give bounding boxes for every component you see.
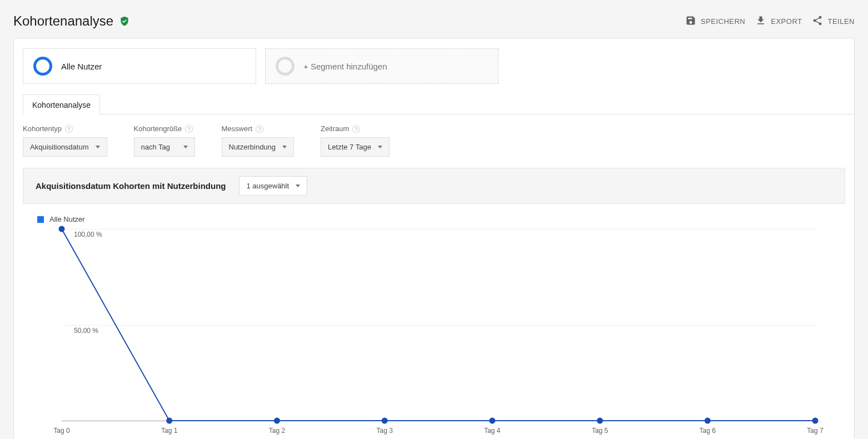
chevron-down-icon xyxy=(96,146,100,148)
chart-x-label: Tag 6 xyxy=(700,427,716,435)
chart-x-label: Tag 4 xyxy=(484,427,500,435)
metric-label: Messwert xyxy=(222,124,253,133)
tab-underline xyxy=(100,114,854,114)
legend-swatch-icon xyxy=(37,216,44,223)
cohort-size-value: nach Tag xyxy=(141,143,171,151)
cohort-type-label: Kohortentyp xyxy=(23,124,62,133)
cohort-type-value: Akquisitionsdatum xyxy=(30,143,89,151)
export-icon xyxy=(755,15,766,28)
chart-data-point[interactable] xyxy=(489,418,495,424)
chart-data-point[interactable] xyxy=(597,418,603,424)
segment-primary-label: Alle Nutzer xyxy=(61,62,102,71)
range-label: Zeitraum xyxy=(321,124,349,133)
export-label: EXPORT xyxy=(771,17,802,26)
help-icon[interactable]: ? xyxy=(185,125,193,133)
chart-x-label: Tag 1 xyxy=(161,427,177,435)
add-segment-button[interactable]: + Segment hinzufügen xyxy=(265,48,498,84)
chart-data-point[interactable] xyxy=(812,418,819,424)
chevron-down-icon xyxy=(183,146,188,148)
chart-data-point[interactable] xyxy=(274,418,280,424)
share-button[interactable]: TEILEN xyxy=(812,15,855,28)
content-panel: Alle Nutzer + Segment hinzufügen Kohorte… xyxy=(13,38,855,439)
range-value: Letzte 7 Tage xyxy=(328,143,371,151)
save-button[interactable]: SPEICHERN xyxy=(685,15,745,28)
chart-data-point[interactable] xyxy=(382,418,388,424)
tab-cohort-analysis[interactable]: Kohortenanalyse xyxy=(23,94,100,115)
chart-data-point[interactable] xyxy=(705,418,711,424)
cohort-type-dropdown[interactable]: Akquisitionsdatum xyxy=(23,137,107,157)
chart-x-label: Tag 7 xyxy=(807,427,823,435)
metric-value: Nutzerbindung xyxy=(229,143,276,151)
range-dropdown[interactable]: Letzte 7 Tage xyxy=(321,137,390,157)
chevron-down-icon xyxy=(296,184,300,187)
help-icon[interactable]: ? xyxy=(65,125,73,133)
cohort-size-label: Kohortengröße xyxy=(134,124,182,133)
help-icon[interactable]: ? xyxy=(256,125,263,133)
chart-data-point[interactable] xyxy=(166,418,172,424)
save-label: SPEICHERN xyxy=(701,17,745,26)
chart-x-label: Tag 3 xyxy=(376,427,392,435)
chart-x-label: Tag 5 xyxy=(592,427,608,435)
segment-ring-placeholder-icon xyxy=(276,57,295,76)
series-selector-dropdown[interactable]: 1 ausgewählt xyxy=(239,176,307,196)
share-icon xyxy=(812,15,823,28)
segment-primary[interactable]: Alle Nutzer xyxy=(23,48,256,84)
page-title: Kohortenanalyse xyxy=(13,13,113,29)
chart-series-line xyxy=(62,229,815,421)
cohort-size-dropdown[interactable]: nach Tag xyxy=(134,137,195,157)
chart-title: Akquisitionsdatum Kohorten mit Nutzerbin… xyxy=(36,181,226,191)
save-icon xyxy=(685,15,696,28)
export-button[interactable]: EXPORT xyxy=(755,15,802,28)
chevron-down-icon xyxy=(282,146,287,148)
verified-shield-icon xyxy=(119,15,130,27)
line-chart: 100,00 %50,00 % Tag 0Tag 1Tag 2Tag 3Tag … xyxy=(32,229,836,439)
chart-x-label: Tag 0 xyxy=(53,427,69,435)
chart-data-point[interactable] xyxy=(59,226,65,232)
chevron-down-icon xyxy=(378,146,382,148)
metric-dropdown[interactable]: Nutzerbindung xyxy=(222,137,295,157)
legend-label: Alle Nutzer xyxy=(49,215,85,223)
chart-x-label: Tag 2 xyxy=(269,427,285,435)
series-selector-label: 1 ausgewählt xyxy=(246,182,289,190)
segment-ring-icon xyxy=(33,57,52,76)
add-segment-label: + Segment hinzufügen xyxy=(303,62,387,71)
share-label: TEILEN xyxy=(827,17,855,26)
help-icon[interactable]: ? xyxy=(352,125,360,133)
